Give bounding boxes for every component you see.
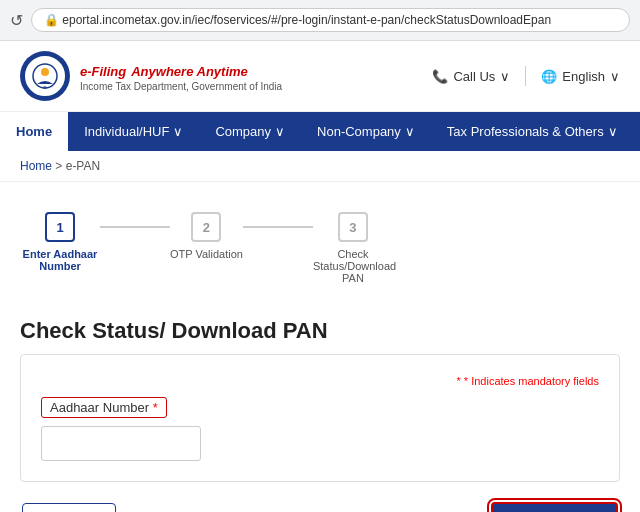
breadcrumb-current: e-PAN [66, 159, 100, 173]
continue-button[interactable]: Continue > [491, 502, 618, 512]
url-bar[interactable]: 🔒 eportal.incometax.gov.in/iec/foservice… [31, 8, 630, 32]
emblem-inner: ⚖ [23, 54, 67, 98]
company-dropdown-icon: ∨ [275, 124, 285, 139]
step-3-number: 3 [349, 220, 356, 235]
nav-individual[interactable]: Individual/HUF ∨ [68, 112, 199, 151]
phone-icon: 📞 [432, 69, 448, 84]
mandatory-note: * * Indicates mandatory fields [41, 375, 599, 387]
globe-icon: 🌐 [541, 69, 557, 84]
logo-area: ⚖ e-Filing Anywhere Anytime Income Tax D… [20, 51, 282, 101]
efiling-label: e-Filing [80, 64, 126, 79]
form-section: * * Indicates mandatory fields Aadhaar N… [20, 354, 620, 482]
step-1: 1 Enter Aadhaar Number [20, 212, 100, 272]
step-connector-2 [243, 226, 313, 228]
aadhaar-field-label: Aadhaar Number * [41, 397, 167, 418]
mandatory-asterisk: * [457, 375, 461, 387]
lang-dropdown-icon: ∨ [610, 69, 620, 84]
nav-individual-label: Individual/HUF [84, 124, 169, 139]
breadcrumb-separator: > [55, 159, 65, 173]
nav-tax-professionals-label: Tax Professionals & Others [447, 124, 604, 139]
logo-emblem: ⚖ [20, 51, 70, 101]
site-header: ⚖ e-Filing Anywhere Anytime Income Tax D… [0, 41, 640, 112]
nav-home[interactable]: Home [0, 112, 68, 151]
nav-non-company-label: Non-Company [317, 124, 401, 139]
svg-point-1 [41, 68, 49, 76]
step-2-number: 2 [203, 220, 210, 235]
emblem-svg: ⚖ [31, 62, 59, 90]
step-3: 3 Check Status/Download PAN [313, 212, 393, 284]
step-3-label: Check Status/Download PAN [313, 248, 393, 284]
efiling-brand: e-Filing Anywhere Anytime [80, 60, 282, 81]
mandatory-note-text: * Indicates mandatory fields [464, 375, 599, 387]
step-2-label: OTP Validation [170, 248, 243, 260]
svg-text:⚖: ⚖ [43, 85, 47, 90]
aadhaar-input-wrapper [41, 426, 599, 461]
aadhaar-label-text: Aadhaar Number [50, 400, 149, 415]
tax-prof-dropdown-icon: ∨ [608, 124, 618, 139]
non-company-dropdown-icon: ∨ [405, 124, 415, 139]
header-right: 📞 Call Us ∨ 🌐 English ∨ [432, 66, 620, 86]
page-title: Check Status/ Download PAN [20, 318, 620, 344]
aadhaar-input[interactable] [41, 426, 201, 461]
aadhaar-required-marker: * [153, 400, 158, 415]
nav-home-label: Home [16, 124, 52, 139]
nav-tax-professionals[interactable]: Tax Professionals & Others ∨ [431, 112, 634, 151]
main-nav: Home Individual/HUF ∨ Company ∨ Non-Comp… [0, 112, 640, 151]
tagline: Anywhere Anytime [131, 64, 248, 79]
main-content: 1 Enter Aadhaar Number 2 OTP Validation … [0, 182, 640, 512]
breadcrumb: Home > e-PAN [0, 151, 640, 182]
url-text: eportal.incometax.gov.in/iec/foservices/… [62, 13, 551, 27]
step-2-circle: 2 [191, 212, 221, 242]
call-us-button[interactable]: 📞 Call Us ∨ [432, 69, 510, 84]
language-selector[interactable]: 🌐 English ∨ [541, 69, 620, 84]
breadcrumb-home[interactable]: Home [20, 159, 52, 173]
reload-icon[interactable]: ↺ [10, 11, 23, 30]
call-us-label: Call Us [453, 69, 495, 84]
step-1-label: Enter Aadhaar Number [20, 248, 100, 272]
browser-bar: ↺ 🔒 eportal.incometax.gov.in/iec/foservi… [0, 0, 640, 41]
form-buttons: Cancel Continue > [20, 502, 620, 512]
nav-non-company[interactable]: Non-Company ∨ [301, 112, 431, 151]
nav-company[interactable]: Company ∨ [199, 112, 301, 151]
step-connector-1 [100, 226, 170, 228]
call-dropdown-icon: ∨ [500, 69, 510, 84]
logo-subtitle: Income Tax Department, Government of Ind… [80, 81, 282, 92]
step-2: 2 OTP Validation [170, 212, 243, 260]
language-label: English [562, 69, 605, 84]
logo-text: e-Filing Anywhere Anytime Income Tax Dep… [80, 60, 282, 92]
nav-company-label: Company [215, 124, 271, 139]
stepper: 1 Enter Aadhaar Number 2 OTP Validation … [20, 202, 620, 294]
header-divider [525, 66, 526, 86]
cancel-button[interactable]: Cancel [22, 503, 116, 512]
step-1-circle: 1 [45, 212, 75, 242]
step-1-number: 1 [56, 220, 63, 235]
individual-dropdown-icon: ∨ [173, 124, 183, 139]
step-3-circle: 3 [338, 212, 368, 242]
